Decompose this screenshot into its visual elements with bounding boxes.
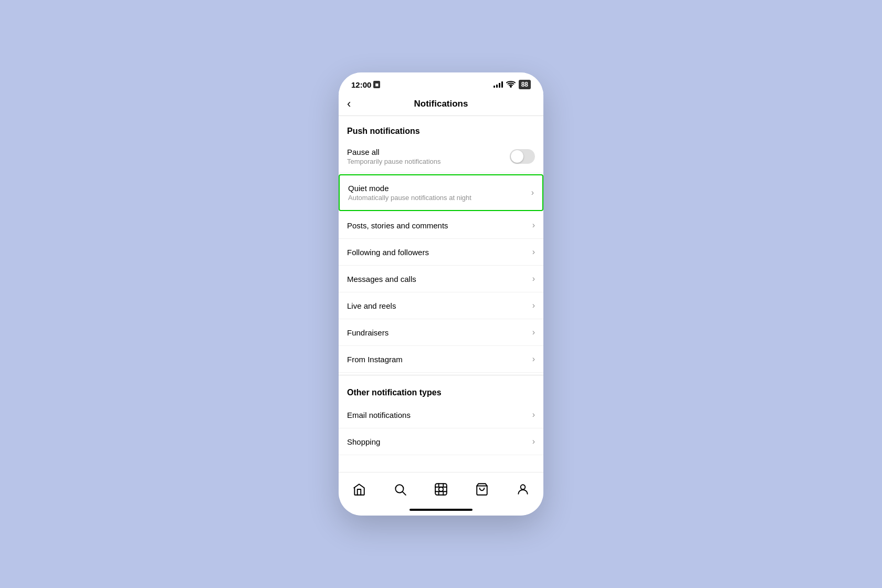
other-notifications-section: Other notification types (339, 377, 543, 402)
status-time: 12:00 ■ (351, 80, 380, 89)
from-instagram-chevron: › (532, 354, 535, 364)
quiet-mode-row[interactable]: Quiet mode Automatically pause notificat… (339, 174, 543, 211)
profile-icon (516, 482, 530, 496)
page-header: ‹ Notifications (339, 93, 543, 116)
posts-stories-label: Posts, stories and comments (347, 221, 448, 230)
home-bar (410, 509, 472, 511)
messages-calls-chevron: › (532, 274, 535, 284)
from-instagram-label: From Instagram (347, 355, 403, 364)
back-button[interactable]: ‹ (347, 97, 351, 111)
live-reels-chevron: › (532, 301, 535, 310)
svg-point-6 (521, 485, 526, 489)
push-notifications-title: Push notifications (347, 127, 420, 135)
status-bar: 12:00 ■ 88 (339, 72, 543, 93)
reels-nav-button[interactable] (429, 478, 453, 501)
quiet-mode-text: Quiet mode Automatically pause notificat… (348, 184, 471, 202)
wifi-icon (506, 80, 516, 89)
quiet-mode-chevron: › (531, 188, 534, 197)
fundraisers-chevron: › (532, 328, 535, 337)
live-reels-row[interactable]: Live and reels › (339, 292, 543, 319)
messages-calls-row[interactable]: Messages and calls › (339, 266, 543, 292)
status-icons: 88 (494, 80, 531, 89)
live-reels-label: Live and reels (347, 301, 396, 310)
shop-nav-button[interactable] (470, 478, 494, 501)
posts-stories-chevron: › (532, 220, 535, 230)
pause-all-label: Pause all (347, 148, 440, 156)
email-notifications-row[interactable]: Email notifications › (339, 402, 543, 428)
reels-icon (434, 482, 448, 496)
pause-all-toggle[interactable] (510, 149, 535, 164)
shopping-label: Shopping (347, 437, 380, 446)
other-notifications-title: Other notification types (347, 388, 442, 397)
fundraisers-row[interactable]: Fundraisers › (339, 319, 543, 346)
home-indicator (339, 504, 543, 516)
following-followers-chevron: › (532, 247, 535, 257)
pause-all-sublabel: Temporarily pause notifications (347, 158, 440, 165)
messages-calls-label: Messages and calls (347, 275, 416, 284)
signal-icon (494, 81, 503, 88)
svg-line-2 (403, 492, 406, 495)
following-followers-label: Following and followers (347, 248, 429, 257)
toggle-knob (511, 150, 523, 163)
following-followers-row[interactable]: Following and followers › (339, 239, 543, 266)
time-display: 12:00 (351, 80, 371, 89)
email-notifications-chevron: › (532, 410, 535, 419)
bottom-nav (339, 472, 543, 504)
svg-rect-3 (435, 484, 447, 495)
shopping-row[interactable]: Shopping › (339, 428, 543, 455)
search-nav-button[interactable] (388, 478, 412, 501)
pause-all-row[interactable]: Pause all Temporarily pause notification… (339, 140, 543, 173)
quiet-mode-sublabel: Automatically pause notifications at nig… (348, 194, 471, 202)
email-notifications-label: Email notifications (347, 411, 411, 419)
svg-point-0 (510, 86, 511, 87)
section-divider (339, 375, 543, 375)
shop-icon (475, 482, 489, 496)
home-icon (352, 482, 366, 496)
profile-nav-button[interactable] (511, 478, 534, 501)
fundraisers-label: Fundraisers (347, 328, 388, 337)
search-icon (393, 482, 407, 496)
battery-icon: 88 (519, 80, 531, 89)
home-nav-button[interactable] (348, 478, 371, 501)
shopping-chevron: › (532, 437, 535, 446)
from-instagram-row[interactable]: From Instagram › (339, 346, 543, 373)
content-area: Push notifications Pause all Temporarily… (339, 116, 543, 472)
pause-all-text: Pause all Temporarily pause notification… (347, 148, 440, 165)
quiet-mode-label: Quiet mode (348, 184, 471, 193)
phone-frame: 12:00 ■ 88 ‹ (339, 72, 543, 516)
posts-stories-row[interactable]: Posts, stories and comments › (339, 212, 543, 239)
page-title: Notifications (414, 99, 468, 109)
status-indicator: ■ (373, 81, 380, 88)
push-notifications-section: Push notifications (339, 116, 543, 140)
svg-point-4 (439, 487, 444, 492)
